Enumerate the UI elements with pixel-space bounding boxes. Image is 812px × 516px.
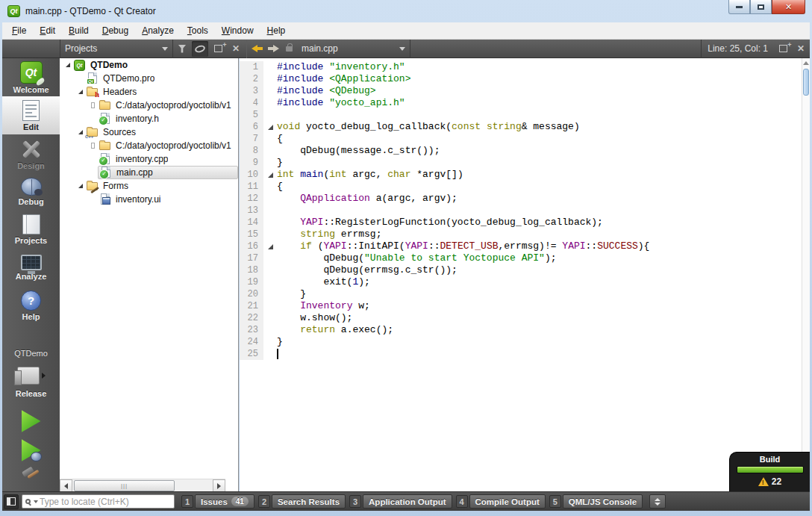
output-pane-manage-button[interactable] bbox=[649, 494, 666, 509]
search-results-button[interactable]: Search Results bbox=[272, 494, 346, 509]
code-line-16[interactable]: 16 if (YAPI::InitAPI(YAPI::DETECT_USB,er… bbox=[240, 240, 802, 252]
code-line-13[interactable]: 13 bbox=[240, 205, 802, 217]
split-editor-button[interactable] bbox=[775, 41, 791, 57]
code-line-22[interactable]: 22 w.show(); bbox=[240, 312, 802, 324]
collapse-arrow-icon[interactable] bbox=[75, 90, 85, 94]
tree-item-inventory-cpp[interactable]: inventory.cpp bbox=[60, 152, 238, 166]
toggle-sidebar-button[interactable] bbox=[4, 494, 19, 509]
debug-run-button[interactable] bbox=[22, 439, 41, 461]
scroll-up-button[interactable] bbox=[802, 58, 810, 68]
maximize-button[interactable] bbox=[750, 0, 772, 14]
code-line-18[interactable]: 18 qDebug(errmsg.c_str()); bbox=[240, 264, 802, 276]
mode-analyze[interactable]: Analyze bbox=[2, 249, 60, 287]
menu-tools[interactable]: Tools bbox=[181, 23, 215, 38]
checked-file-icon bbox=[99, 153, 112, 165]
close-button[interactable]: ✕ bbox=[772, 0, 805, 14]
code-line-20[interactable]: 20 } bbox=[240, 288, 802, 300]
tree-horizontal-scrollbar[interactable]: ||| bbox=[60, 479, 225, 491]
open-document-selector[interactable]: main.cpp bbox=[297, 40, 410, 58]
expand-arrow-icon[interactable] bbox=[88, 102, 98, 108]
scroll-right-button[interactable] bbox=[213, 479, 225, 491]
tree-item-main-cpp[interactable]: main.cpp bbox=[60, 166, 238, 179]
code-line-25[interactable]: 25 bbox=[240, 348, 802, 360]
code-line-19[interactable]: 19 exit(1); bbox=[240, 276, 802, 288]
menu-window[interactable]: Window bbox=[215, 23, 260, 38]
chevron-down-icon bbox=[162, 47, 168, 51]
code-line-10[interactable]: 10int main(int argc, char *argv[]) bbox=[240, 169, 802, 181]
tree-item-c-data-yoctoprod-yoctolib-v1[interactable]: C:/data/yoctoprod/yoctolib/v1 bbox=[60, 139, 238, 152]
mode-welcome[interactable]: QtWelcome bbox=[2, 58, 60, 96]
qml-js-console-button[interactable]: QML/JS Console bbox=[563, 494, 643, 509]
code-line-24[interactable]: 24} bbox=[240, 336, 802, 348]
code-line-12[interactable]: 12 QApplication a(argc, argv); bbox=[240, 193, 802, 205]
compile-output-button[interactable]: Compile Output bbox=[469, 494, 546, 509]
build-button[interactable] bbox=[21, 468, 42, 482]
code-line-1[interactable]: 1#include "inventory.h" bbox=[240, 61, 802, 73]
kit-selector[interactable]: QTDemo Release bbox=[2, 349, 60, 398]
menu-build[interactable]: Build bbox=[62, 23, 96, 38]
menu-edit[interactable]: Edit bbox=[33, 23, 62, 38]
code-line-3[interactable]: 3#include <QDebug> bbox=[240, 85, 802, 97]
go-forward-button[interactable] bbox=[265, 41, 281, 57]
issues-button[interactable]: Issues41 bbox=[195, 494, 254, 509]
code-line-6[interactable]: 6void yocto_debug_log_callback(const str… bbox=[240, 121, 802, 133]
collapse-arrow-icon[interactable] bbox=[75, 184, 85, 188]
scroll-left-button[interactable] bbox=[60, 479, 72, 491]
locator-input[interactable] bbox=[40, 497, 171, 507]
projects-pane-selector[interactable]: Projects bbox=[60, 40, 173, 58]
tree-item-headers[interactable]: Headers bbox=[60, 85, 238, 99]
menu-analyze[interactable]: Analyze bbox=[135, 23, 181, 38]
build-progress-popup[interactable]: Build 22 bbox=[729, 452, 810, 491]
build-warnings[interactable]: 22 bbox=[758, 476, 781, 487]
tree-item-inventory-h[interactable]: inventory.h bbox=[60, 112, 238, 125]
mode-projects[interactable]: Projects bbox=[2, 211, 60, 249]
tree-item-sources[interactable]: Sources bbox=[60, 125, 238, 139]
menu-file[interactable]: File bbox=[5, 23, 33, 38]
code-line-2[interactable]: 2#include <QApplication> bbox=[240, 73, 802, 85]
application-output-button[interactable]: Application Output bbox=[363, 494, 452, 509]
close-pane-button[interactable]: ✕ bbox=[228, 41, 244, 57]
close-document-button[interactable]: ✕ bbox=[793, 41, 809, 57]
code-line-7[interactable]: 7{ bbox=[240, 133, 802, 145]
code-line-21[interactable]: 21 Inventory w; bbox=[240, 300, 802, 312]
fold-marker-icon[interactable] bbox=[263, 121, 277, 133]
fold-marker-icon[interactable] bbox=[263, 169, 277, 181]
code-line-9[interactable]: 9} bbox=[240, 157, 802, 169]
fold-marker-icon[interactable] bbox=[263, 240, 277, 252]
tree-item-forms[interactable]: Forms bbox=[60, 179, 238, 193]
scrollbar-thumb[interactable] bbox=[803, 69, 809, 96]
expand-arrow-icon[interactable] bbox=[88, 143, 98, 149]
split-pane-button[interactable] bbox=[210, 41, 226, 57]
mode-design[interactable]: Design bbox=[2, 134, 60, 172]
code-line-14[interactable]: 14 YAPI::RegisterLogFunction(yocto_debug… bbox=[240, 217, 802, 229]
code-line-8[interactable]: 8 qDebug(message.c_str()); bbox=[240, 145, 802, 157]
code-line-11[interactable]: 11{ bbox=[240, 181, 802, 193]
mode-help[interactable]: ?Help bbox=[2, 287, 60, 325]
code-editor[interactable]: 1#include "inventory.h"2#include <QAppli… bbox=[240, 58, 810, 491]
collapse-arrow-icon[interactable] bbox=[63, 63, 72, 67]
filter-button[interactable] bbox=[174, 41, 190, 57]
tree-item-inventory-ui[interactable]: inventory.ui bbox=[60, 193, 238, 206]
chevron-down-icon[interactable] bbox=[34, 500, 38, 503]
run-button[interactable] bbox=[22, 410, 41, 432]
collapse-arrow-icon[interactable] bbox=[75, 130, 85, 134]
code-line-4[interactable]: 4#include "yocto_api.h" bbox=[240, 97, 802, 109]
code-line-17[interactable]: 17 qDebug("Unable to start Yoctopuce API… bbox=[240, 252, 802, 264]
tree-item-c-data-yoctoprod-yoctolib-v1[interactable]: C:/data/yoctoprod/yoctolib/v1 bbox=[60, 99, 238, 112]
tree-item-qtdemo-pro[interactable]: QTDemo.pro bbox=[60, 72, 238, 85]
title-bar[interactable]: Qt main.cpp - QTDemo - Qt Creator ✕ bbox=[0, 0, 812, 22]
mode-edit[interactable]: Edit bbox=[2, 96, 60, 134]
code-line-15[interactable]: 15 string errmsg; bbox=[240, 229, 802, 240]
minimize-button[interactable] bbox=[728, 0, 750, 14]
scrollbar-thumb[interactable]: ||| bbox=[74, 480, 175, 491]
code-area[interactable]: 1#include "inventory.h"2#include <QAppli… bbox=[240, 61, 802, 491]
tree-item-qtdemo[interactable]: QtQTDemo bbox=[60, 58, 238, 72]
code-line-5[interactable]: 5 bbox=[240, 109, 802, 121]
code-line-23[interactable]: 23 return a.exec(); bbox=[240, 324, 802, 336]
sync-with-editor-button[interactable] bbox=[192, 41, 208, 57]
menu-help[interactable]: Help bbox=[260, 23, 293, 38]
editor-vertical-scrollbar[interactable] bbox=[802, 58, 810, 491]
mode-debug[interactable]: Debug bbox=[2, 172, 60, 211]
menu-debug[interactable]: Debug bbox=[96, 23, 135, 38]
go-back-button[interactable] bbox=[249, 41, 265, 57]
